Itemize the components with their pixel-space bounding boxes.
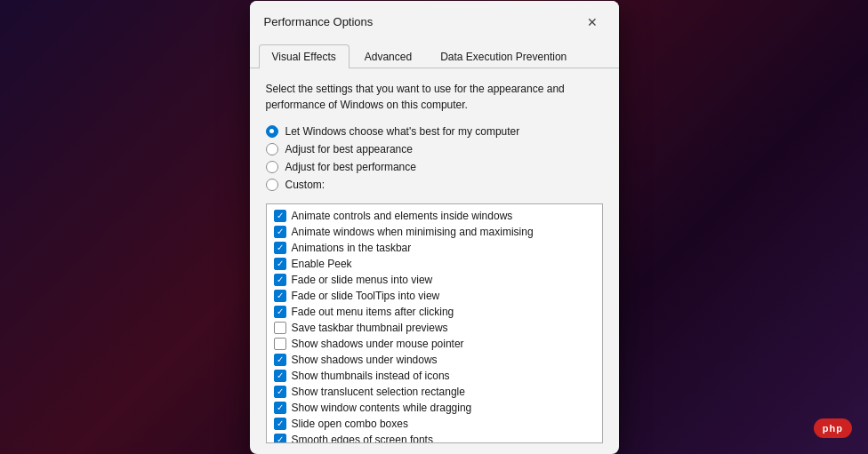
checkbox-item[interactable]: Show window contents while dragging xyxy=(267,400,602,416)
tab-visual-effects[interactable]: Visual Effects xyxy=(259,44,350,68)
checkbox-item[interactable]: Show shadows under mouse pointer xyxy=(267,336,602,352)
tab-content: Select the settings that you want to use… xyxy=(250,68,619,454)
checkbox-box xyxy=(274,274,286,286)
radio-circle-custom xyxy=(266,179,278,191)
checkbox-label: Show translucent selection rectangle xyxy=(292,386,465,398)
tab-bar: Visual Effects Advanced Data Execution P… xyxy=(250,38,619,68)
tab-advanced[interactable]: Advanced xyxy=(351,44,425,68)
checkbox-box xyxy=(274,418,286,430)
checkbox-label: Fade out menu items after clicking xyxy=(292,306,454,318)
close-button[interactable]: ✕ xyxy=(580,10,605,35)
radio-circle-best-appearance xyxy=(266,143,278,155)
checkbox-label: Enable Peek xyxy=(292,258,352,270)
php-badge: php xyxy=(814,418,852,438)
checkbox-label: Show thumbnails instead of icons xyxy=(292,370,450,382)
checkbox-item[interactable]: Animations in the taskbar xyxy=(267,240,602,256)
performance-options-dialog: Performance Options ✕ Visual Effects Adv… xyxy=(250,1,619,454)
checkbox-item[interactable]: Show shadows under windows xyxy=(267,352,602,368)
checkbox-list[interactable]: Animate controls and elements inside win… xyxy=(266,203,603,443)
radio-let-windows[interactable]: Let Windows choose what's best for my co… xyxy=(266,125,603,138)
radio-circle-let-windows xyxy=(266,125,278,138)
checkbox-item[interactable]: Smooth edges of screen fonts xyxy=(267,432,602,443)
checkbox-box xyxy=(274,290,286,302)
checkbox-item[interactable]: Animate controls and elements inside win… xyxy=(267,208,602,224)
description-text: Select the settings that you want to use… xyxy=(266,81,603,113)
checkbox-box xyxy=(274,386,286,398)
checkbox-label: Smooth edges of screen fonts xyxy=(292,434,433,443)
checkbox-box xyxy=(274,434,286,443)
checkbox-item[interactable]: Show translucent selection rectangle xyxy=(267,384,602,400)
checkbox-label: Animations in the taskbar xyxy=(292,242,412,254)
checkbox-label: Fade or slide menus into view xyxy=(292,274,433,286)
radio-circle-best-performance xyxy=(266,161,278,173)
checkbox-label: Show shadows under mouse pointer xyxy=(292,338,464,350)
radio-best-appearance[interactable]: Adjust for best appearance xyxy=(266,143,603,155)
checkbox-label: Show shadows under windows xyxy=(292,354,438,366)
dialog-title: Performance Options xyxy=(264,15,374,28)
checkbox-item[interactable]: Save taskbar thumbnail previews xyxy=(267,320,602,336)
checkbox-label: Animate controls and elements inside win… xyxy=(292,210,513,222)
checkbox-box xyxy=(274,226,286,238)
checkbox-label: Save taskbar thumbnail previews xyxy=(292,322,448,334)
radio-best-performance[interactable]: Adjust for best performance xyxy=(266,161,603,173)
checkbox-item[interactable]: Show thumbnails instead of icons xyxy=(267,368,602,384)
title-bar: Performance Options ✕ xyxy=(250,1,619,35)
checkbox-label: Slide open combo boxes xyxy=(292,418,408,430)
checkbox-item[interactable]: Fade or slide ToolTips into view xyxy=(267,288,602,304)
radio-group: Let Windows choose what's best for my co… xyxy=(266,125,603,191)
checkbox-label: Fade or slide ToolTips into view xyxy=(292,290,440,302)
checkbox-box xyxy=(274,370,286,382)
checkbox-box xyxy=(274,210,286,222)
checkbox-box xyxy=(274,322,286,334)
checkbox-box xyxy=(274,338,286,350)
checkbox-box xyxy=(274,354,286,366)
checkbox-item[interactable]: Enable Peek xyxy=(267,256,602,272)
checkbox-item[interactable]: Animate windows when minimising and maxi… xyxy=(267,224,602,240)
checkbox-item[interactable]: Slide open combo boxes xyxy=(267,416,602,432)
checkbox-box xyxy=(274,242,286,254)
tab-dep[interactable]: Data Execution Prevention xyxy=(427,44,580,68)
checkbox-item[interactable]: Fade or slide menus into view xyxy=(267,272,602,288)
checkbox-box xyxy=(274,258,286,270)
checkbox-box xyxy=(274,402,286,414)
checkbox-label: Animate windows when minimising and maxi… xyxy=(292,226,534,238)
radio-custom[interactable]: Custom: xyxy=(266,179,603,191)
checkbox-label: Show window contents while dragging xyxy=(292,402,472,414)
checkbox-box xyxy=(274,306,286,318)
checkbox-item[interactable]: Fade out menu items after clicking xyxy=(267,304,602,320)
